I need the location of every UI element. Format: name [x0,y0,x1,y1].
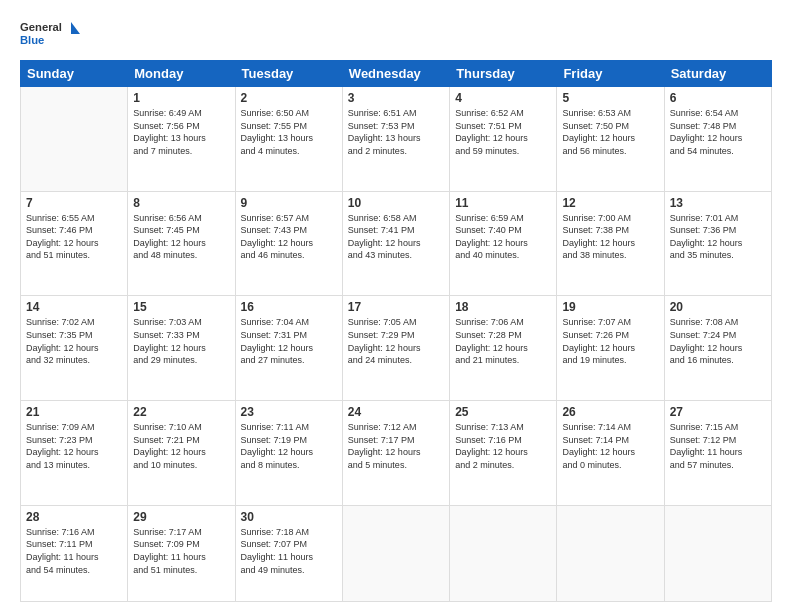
day-info: Sunrise: 7:10 AM Sunset: 7:21 PM Dayligh… [133,421,229,471]
day-number: 11 [455,196,551,210]
calendar-header-thursday: Thursday [450,61,557,87]
day-number: 21 [26,405,122,419]
calendar-cell [450,505,557,601]
calendar-header-sunday: Sunday [21,61,128,87]
calendar-cell: 20Sunrise: 7:08 AM Sunset: 7:24 PM Dayli… [664,296,771,401]
day-number: 5 [562,91,658,105]
day-number: 24 [348,405,444,419]
calendar-week-row: 28Sunrise: 7:16 AM Sunset: 7:11 PM Dayli… [21,505,772,601]
svg-text:Blue: Blue [20,34,44,46]
calendar-cell: 10Sunrise: 6:58 AM Sunset: 7:41 PM Dayli… [342,191,449,296]
calendar-cell: 17Sunrise: 7:05 AM Sunset: 7:29 PM Dayli… [342,296,449,401]
calendar-cell [664,505,771,601]
calendar-header-monday: Monday [128,61,235,87]
day-number: 14 [26,300,122,314]
day-number: 23 [241,405,337,419]
day-number: 15 [133,300,229,314]
day-number: 17 [348,300,444,314]
day-info: Sunrise: 7:03 AM Sunset: 7:33 PM Dayligh… [133,316,229,366]
day-info: Sunrise: 6:58 AM Sunset: 7:41 PM Dayligh… [348,212,444,262]
day-info: Sunrise: 7:02 AM Sunset: 7:35 PM Dayligh… [26,316,122,366]
calendar-header-row: SundayMondayTuesdayWednesdayThursdayFrid… [21,61,772,87]
day-number: 27 [670,405,766,419]
day-info: Sunrise: 7:14 AM Sunset: 7:14 PM Dayligh… [562,421,658,471]
day-info: Sunrise: 7:09 AM Sunset: 7:23 PM Dayligh… [26,421,122,471]
calendar-cell: 6Sunrise: 6:54 AM Sunset: 7:48 PM Daylig… [664,87,771,192]
day-number: 4 [455,91,551,105]
calendar-cell: 4Sunrise: 6:52 AM Sunset: 7:51 PM Daylig… [450,87,557,192]
day-info: Sunrise: 6:51 AM Sunset: 7:53 PM Dayligh… [348,107,444,157]
calendar-cell: 2Sunrise: 6:50 AM Sunset: 7:55 PM Daylig… [235,87,342,192]
calendar-header-tuesday: Tuesday [235,61,342,87]
day-number: 13 [670,196,766,210]
calendar-cell [557,505,664,601]
day-number: 9 [241,196,337,210]
day-number: 19 [562,300,658,314]
day-info: Sunrise: 7:16 AM Sunset: 7:11 PM Dayligh… [26,526,122,576]
day-info: Sunrise: 6:52 AM Sunset: 7:51 PM Dayligh… [455,107,551,157]
calendar-cell: 15Sunrise: 7:03 AM Sunset: 7:33 PM Dayli… [128,296,235,401]
svg-text:General: General [20,21,62,33]
day-number: 29 [133,510,229,524]
day-info: Sunrise: 7:06 AM Sunset: 7:28 PM Dayligh… [455,316,551,366]
calendar-cell: 9Sunrise: 6:57 AM Sunset: 7:43 PM Daylig… [235,191,342,296]
svg-marker-2 [71,22,80,34]
calendar-cell: 28Sunrise: 7:16 AM Sunset: 7:11 PM Dayli… [21,505,128,601]
calendar-cell: 26Sunrise: 7:14 AM Sunset: 7:14 PM Dayli… [557,401,664,506]
calendar-cell: 21Sunrise: 7:09 AM Sunset: 7:23 PM Dayli… [21,401,128,506]
day-info: Sunrise: 7:07 AM Sunset: 7:26 PM Dayligh… [562,316,658,366]
calendar-cell: 24Sunrise: 7:12 AM Sunset: 7:17 PM Dayli… [342,401,449,506]
day-info: Sunrise: 7:12 AM Sunset: 7:17 PM Dayligh… [348,421,444,471]
calendar-week-row: 7Sunrise: 6:55 AM Sunset: 7:46 PM Daylig… [21,191,772,296]
calendar-cell [342,505,449,601]
header: GeneralBlue [20,16,772,52]
day-info: Sunrise: 7:04 AM Sunset: 7:31 PM Dayligh… [241,316,337,366]
calendar-cell: 3Sunrise: 6:51 AM Sunset: 7:53 PM Daylig… [342,87,449,192]
day-info: Sunrise: 6:54 AM Sunset: 7:48 PM Dayligh… [670,107,766,157]
day-info: Sunrise: 6:49 AM Sunset: 7:56 PM Dayligh… [133,107,229,157]
calendar-week-row: 21Sunrise: 7:09 AM Sunset: 7:23 PM Dayli… [21,401,772,506]
calendar-cell: 29Sunrise: 7:17 AM Sunset: 7:09 PM Dayli… [128,505,235,601]
day-info: Sunrise: 7:15 AM Sunset: 7:12 PM Dayligh… [670,421,766,471]
calendar-cell: 13Sunrise: 7:01 AM Sunset: 7:36 PM Dayli… [664,191,771,296]
calendar-cell: 25Sunrise: 7:13 AM Sunset: 7:16 PM Dayli… [450,401,557,506]
logo-icon: GeneralBlue [20,16,80,52]
day-info: Sunrise: 7:18 AM Sunset: 7:07 PM Dayligh… [241,526,337,576]
calendar-cell: 16Sunrise: 7:04 AM Sunset: 7:31 PM Dayli… [235,296,342,401]
day-info: Sunrise: 7:08 AM Sunset: 7:24 PM Dayligh… [670,316,766,366]
day-number: 18 [455,300,551,314]
calendar-cell: 22Sunrise: 7:10 AM Sunset: 7:21 PM Dayli… [128,401,235,506]
day-number: 10 [348,196,444,210]
day-info: Sunrise: 6:57 AM Sunset: 7:43 PM Dayligh… [241,212,337,262]
calendar-cell: 12Sunrise: 7:00 AM Sunset: 7:38 PM Dayli… [557,191,664,296]
day-number: 16 [241,300,337,314]
day-info: Sunrise: 7:17 AM Sunset: 7:09 PM Dayligh… [133,526,229,576]
calendar: SundayMondayTuesdayWednesdayThursdayFrid… [20,60,772,602]
day-number: 6 [670,91,766,105]
day-number: 1 [133,91,229,105]
day-number: 3 [348,91,444,105]
calendar-cell: 14Sunrise: 7:02 AM Sunset: 7:35 PM Dayli… [21,296,128,401]
calendar-cell: 8Sunrise: 6:56 AM Sunset: 7:45 PM Daylig… [128,191,235,296]
day-info: Sunrise: 7:13 AM Sunset: 7:16 PM Dayligh… [455,421,551,471]
calendar-cell: 27Sunrise: 7:15 AM Sunset: 7:12 PM Dayli… [664,401,771,506]
day-info: Sunrise: 6:56 AM Sunset: 7:45 PM Dayligh… [133,212,229,262]
calendar-cell: 23Sunrise: 7:11 AM Sunset: 7:19 PM Dayli… [235,401,342,506]
calendar-header-wednesday: Wednesday [342,61,449,87]
calendar-cell: 11Sunrise: 6:59 AM Sunset: 7:40 PM Dayli… [450,191,557,296]
day-number: 8 [133,196,229,210]
day-info: Sunrise: 6:59 AM Sunset: 7:40 PM Dayligh… [455,212,551,262]
calendar-week-row: 14Sunrise: 7:02 AM Sunset: 7:35 PM Dayli… [21,296,772,401]
calendar-header-friday: Friday [557,61,664,87]
calendar-week-row: 1Sunrise: 6:49 AM Sunset: 7:56 PM Daylig… [21,87,772,192]
calendar-cell: 7Sunrise: 6:55 AM Sunset: 7:46 PM Daylig… [21,191,128,296]
day-number: 20 [670,300,766,314]
day-info: Sunrise: 6:50 AM Sunset: 7:55 PM Dayligh… [241,107,337,157]
day-info: Sunrise: 6:55 AM Sunset: 7:46 PM Dayligh… [26,212,122,262]
calendar-cell [21,87,128,192]
day-info: Sunrise: 7:01 AM Sunset: 7:36 PM Dayligh… [670,212,766,262]
calendar-cell: 1Sunrise: 6:49 AM Sunset: 7:56 PM Daylig… [128,87,235,192]
day-info: Sunrise: 7:05 AM Sunset: 7:29 PM Dayligh… [348,316,444,366]
day-number: 7 [26,196,122,210]
calendar-header-saturday: Saturday [664,61,771,87]
